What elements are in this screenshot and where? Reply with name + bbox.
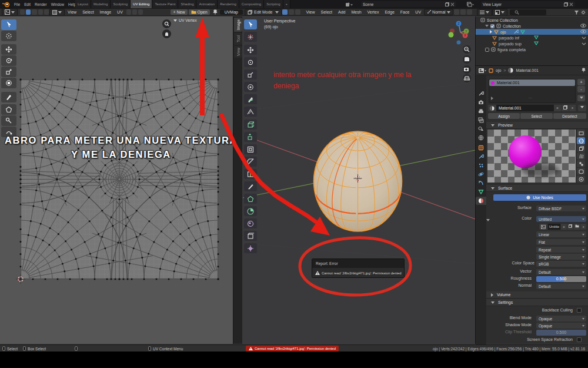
svg-text:Z: Z	[457, 22, 459, 25]
